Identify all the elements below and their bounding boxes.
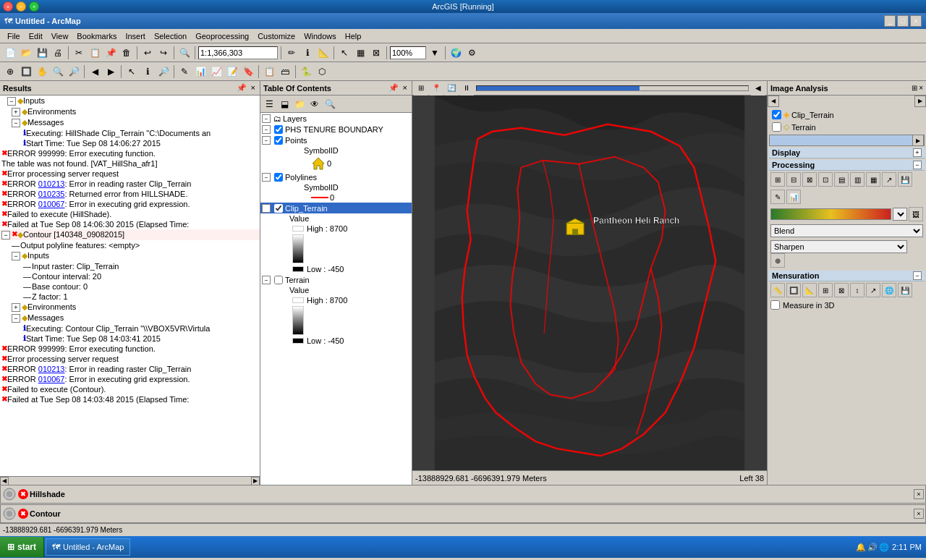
map-svg[interactable]: Pantheon Heli Ranch (412, 96, 767, 470)
ia-terrain-cb[interactable] (772, 122, 781, 132)
environments-item[interactable]: + ◆ Environments (0, 106, 260, 117)
clip-terrain-checkbox[interactable] (274, 204, 283, 213)
ia-sharpen-select[interactable]: Sharpen (770, 240, 907, 253)
ia-proc-btn-7[interactable]: ▦ (866, 172, 880, 187)
ia-mens-btn-5[interactable]: ⊠ (834, 283, 849, 297)
zoom-full-button[interactable]: ⊕ (3, 64, 17, 79)
inputs-contour-toggle[interactable]: − (12, 252, 20, 260)
terrain-toggle[interactable]: − (262, 276, 271, 284)
menu-file[interactable]: File (3, 30, 25, 42)
phs-toggle[interactable]: − (262, 125, 271, 134)
ia-display-expand[interactable]: + (913, 148, 922, 157)
polylines-checkbox[interactable] (274, 173, 283, 182)
ia-proc-btn-3[interactable]: ⊠ (802, 172, 817, 187)
redo-button[interactable]: ↪ (156, 46, 171, 60)
ia-mens-btn-2[interactable]: 🔲 (786, 283, 801, 297)
contour-toggle[interactable]: − (1, 231, 10, 239)
msg-toggle[interactable]: − (12, 119, 20, 127)
hscroll-left[interactable]: ◀ (0, 477, 9, 485)
next-extent-button[interactable]: ▶ (103, 64, 118, 79)
save-button[interactable]: 💾 (35, 46, 49, 60)
ia-color-ramp-select[interactable]: ▼ (893, 208, 907, 221)
ia-processing-expand[interactable]: − (913, 161, 922, 169)
menu-insert[interactable]: Insert (121, 30, 150, 42)
zoom-out-button[interactable]: 🔎 (67, 64, 81, 79)
ia-layer-scroll[interactable]: ▶ (769, 135, 925, 146)
arc-catalog-button[interactable]: 🗃 (278, 64, 292, 79)
menu-view[interactable]: View (47, 30, 73, 42)
zoom-in-button[interactable]: 🔍 (177, 46, 192, 60)
ia-color-ramp-tool[interactable]: 🖼 (909, 207, 923, 221)
ia-proc-btn-1[interactable]: ⊞ (770, 172, 785, 187)
ia-mensuration-expand[interactable]: − (913, 271, 922, 280)
layers-toggle[interactable]: − (262, 114, 271, 123)
menu-help[interactable]: Help (341, 30, 366, 42)
zoom-in2-button[interactable]: 🔍 (51, 64, 65, 79)
messages-item[interactable]: − ◆ Messages (0, 117, 260, 128)
ia-proc-btn-5[interactable]: ▤ (834, 172, 849, 187)
menu-geoprocessing[interactable]: Geoprocessing (191, 30, 253, 42)
menu-customize[interactable]: Customize (253, 30, 300, 42)
copy-button[interactable]: 📋 (88, 46, 102, 60)
select-arrow-button[interactable]: ↖ (124, 64, 139, 79)
ia-scroll-track[interactable] (779, 96, 914, 107)
editor-button[interactable]: ✏ (284, 46, 299, 60)
messages-contour[interactable]: − ◆ Messages (0, 313, 260, 323)
graph-button[interactable]: 📈 (209, 64, 224, 79)
report-button[interactable]: 📝 (225, 64, 239, 79)
ia-mens-btn-7[interactable]: ↗ (866, 283, 880, 297)
results-hscrollbar[interactable]: ◀ ▶ (0, 476, 260, 485)
terrain-checkbox[interactable] (274, 276, 283, 284)
contour-close[interactable]: × (914, 509, 924, 519)
toc-pin[interactable]: 📌 (387, 83, 400, 93)
menu-selection[interactable]: Selection (150, 30, 191, 42)
results-content[interactable]: − ◆ Inputs + ◆ Environments − ◆ Messages… (0, 96, 260, 476)
ia-blend-select[interactable]: Blend (770, 224, 923, 237)
map-nav-2[interactable]: 📍 (429, 81, 443, 96)
toc-list-view[interactable]: ☰ (262, 97, 276, 111)
inputs-contour[interactable]: − ◆ Inputs (0, 250, 260, 261)
ia-processing-header[interactable]: Processing − (769, 160, 925, 171)
phs-checkbox[interactable] (274, 125, 283, 134)
ia-layer-terrain[interactable]: ◇ Terrain (769, 121, 925, 133)
settings-button[interactable]: ⚙ (464, 46, 479, 60)
ia-mens-btn-6[interactable]: ↕ (850, 283, 865, 297)
ia-proc-btn-6[interactable]: ▥ (850, 172, 865, 187)
polylines-toggle[interactable]: − (262, 173, 271, 182)
map-area[interactable]: ⊞ 📍 🔄 ⏸ ◀ (412, 81, 767, 485)
taskbar-arcmap[interactable]: 🗺 Untitled - ArcMap (46, 538, 130, 556)
select2-button[interactable]: ▦ (353, 46, 368, 60)
scale-input[interactable] (198, 46, 278, 59)
env-contour-toggle[interactable]: + (12, 303, 20, 312)
toc-close[interactable]: × (402, 83, 409, 93)
msg-contour-toggle[interactable]: − (12, 314, 20, 323)
delete-button[interactable]: 🗑 (119, 46, 134, 60)
toc-polylines[interactable]: − Polylines (260, 171, 412, 182)
undo-button[interactable]: ↩ (140, 46, 155, 60)
ia-mens-btn-9[interactable]: 💾 (898, 283, 912, 297)
app-close[interactable]: × (910, 15, 922, 27)
zoom-pct-button[interactable]: ▼ (428, 46, 442, 60)
max-btn[interactable]: + (29, 1, 39, 12)
cut-button[interactable]: ✂ (72, 46, 86, 60)
python-button[interactable]: 🐍 (299, 64, 313, 79)
inputs-item[interactable]: − ◆ Inputs (0, 96, 260, 106)
pan-button[interactable]: ✋ (35, 64, 49, 79)
toc-layers-group[interactable]: − 🗂 Layers (260, 113, 412, 124)
print-button[interactable]: 🖨 (51, 46, 65, 60)
ia-clip-terrain-cb[interactable] (772, 110, 781, 119)
ia-proc-btn-2[interactable]: ⊟ (786, 172, 801, 187)
identify-button[interactable]: ℹ (300, 46, 315, 60)
toc-terrain[interactable]: − Terrain (260, 274, 412, 285)
ia-proc-btn-11[interactable]: 📊 (786, 190, 801, 204)
paste-button[interactable]: 📌 (103, 46, 118, 60)
menu-bookmarks[interactable]: Bookmarks (72, 30, 121, 42)
table-button[interactable]: 📊 (193, 64, 208, 79)
globe-button[interactable]: 🌍 (449, 46, 463, 60)
ia-mens-btn-4[interactable]: ⊞ (818, 283, 833, 297)
bookmarks2-button[interactable]: 🔖 (241, 64, 255, 79)
map-nav-1[interactable]: ⊞ (414, 81, 428, 96)
map-nav-4[interactable]: ⏸ (459, 81, 474, 96)
ia-expand[interactable]: ⊞ (912, 84, 917, 92)
info2-button[interactable]: ℹ (140, 64, 155, 79)
